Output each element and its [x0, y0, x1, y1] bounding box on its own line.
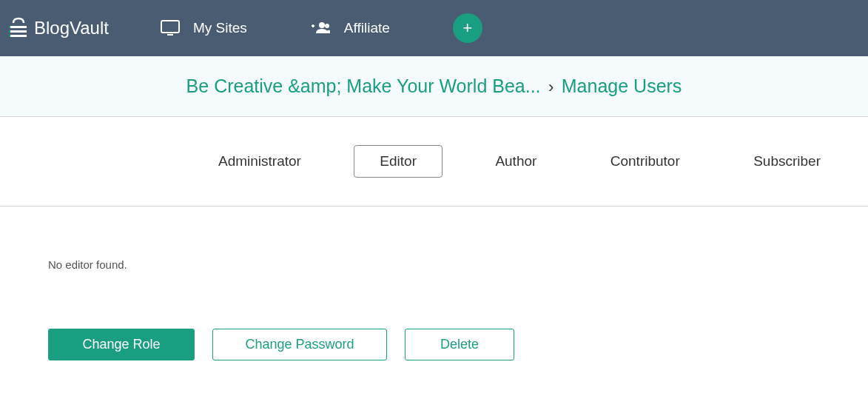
group-add-icon — [310, 21, 331, 35]
tab-contributor[interactable]: Contributor — [590, 146, 701, 177]
svg-rect-0 — [10, 26, 27, 28]
plus-icon: + — [462, 19, 472, 38]
tab-subscriber[interactable]: Subscriber — [733, 146, 841, 177]
breadcrumb-current[interactable]: Manage Users — [562, 75, 682, 96]
main-content: No editor found. Change Role Change Pass… — [0, 207, 868, 360]
svg-rect-6 — [161, 21, 179, 33]
tab-author[interactable]: Author — [474, 146, 557, 177]
delete-button[interactable]: Delete — [405, 329, 514, 360]
monitor-icon — [161, 20, 180, 36]
brand-logo[interactable]: BlogVault — [9, 17, 109, 39]
change-password-button[interactable]: Change Password — [212, 329, 387, 360]
svg-rect-2 — [10, 35, 27, 37]
blogvault-logo-icon — [9, 17, 28, 39]
breadcrumb: Be Creative &amp; Make Your World Bea...… — [0, 56, 868, 117]
nav-my-sites-label: My Sites — [193, 20, 247, 36]
svg-rect-1 — [10, 30, 27, 33]
svg-point-9 — [325, 24, 329, 28]
svg-rect-5 — [9, 35, 10, 37]
chevron-right-icon: › — [548, 78, 554, 96]
svg-point-8 — [319, 22, 325, 28]
breadcrumb-site-link[interactable]: Be Creative &amp; Make Your World Bea... — [186, 75, 541, 96]
nav-affiliate-label: Affiliate — [344, 20, 390, 36]
empty-message: No editor found. — [48, 258, 820, 271]
role-tabs: Administrator Editor Author Contributor … — [0, 117, 868, 207]
change-role-button[interactable]: Change Role — [48, 329, 195, 360]
brand-name: BlogVault — [34, 18, 109, 38]
nav-my-sites[interactable]: My Sites — [161, 20, 247, 36]
svg-rect-4 — [9, 30, 10, 33]
add-button[interactable]: + — [453, 13, 482, 43]
top-navigation: BlogVault My Sites Affiliate + — [0, 0, 868, 56]
action-buttons: Change Role Change Password Delete — [48, 329, 820, 360]
tab-administrator[interactable]: Administrator — [198, 146, 322, 177]
nav-affiliate[interactable]: Affiliate — [310, 20, 390, 36]
svg-rect-3 — [9, 26, 10, 28]
tab-editor[interactable]: Editor — [354, 145, 443, 178]
svg-rect-7 — [167, 34, 173, 36]
